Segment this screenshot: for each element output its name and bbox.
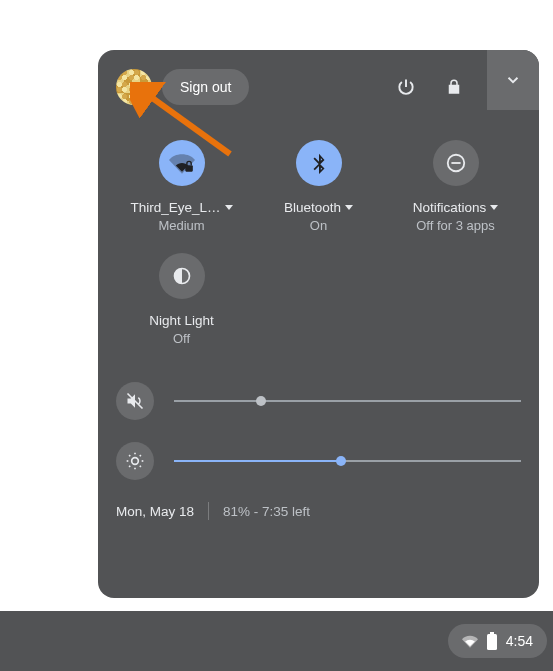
svg-line-12 [129, 466, 130, 467]
quick-settings-panel: Sign out Third_Eye_L… Medium [98, 50, 539, 598]
svg-line-8 [129, 455, 130, 456]
bluetooth-label-row[interactable]: Bluetooth [284, 200, 353, 215]
wifi-sub: Medium [158, 218, 204, 233]
volume-slider[interactable] [174, 400, 521, 402]
brightness-button[interactable] [116, 442, 154, 480]
notifications-sub: Off for 3 apps [416, 218, 495, 233]
svg-line-9 [140, 466, 141, 467]
tray-time: 4:54 [506, 633, 533, 649]
notifications-tile: Notifications Off for 3 apps [390, 134, 521, 239]
caret-down-icon [490, 205, 498, 210]
bluetooth-label: Bluetooth [284, 200, 341, 215]
wifi-label-row[interactable]: Third_Eye_L… [130, 200, 232, 215]
svg-rect-16 [487, 634, 497, 650]
svg-line-13 [140, 455, 141, 456]
panel-header: Sign out [116, 68, 521, 106]
wifi-icon [169, 150, 195, 176]
notifications-label: Notifications [413, 200, 487, 215]
notifications-toggle[interactable] [433, 140, 479, 186]
wifi-tile: Third_Eye_L… Medium [116, 134, 247, 239]
night-light-label: Night Light [149, 313, 214, 328]
collapse-button[interactable] [487, 50, 539, 110]
night-light-toggle[interactable] [159, 253, 205, 299]
volume-row [116, 382, 521, 420]
night-light-label-row[interactable]: Night Light [149, 313, 214, 328]
night-light-sub: Off [173, 331, 190, 346]
power-icon [396, 77, 416, 97]
taskbar: 4:54 [0, 611, 553, 671]
user-avatar[interactable] [116, 69, 152, 105]
caret-down-icon [345, 205, 353, 210]
brightness-row [116, 442, 521, 480]
caret-down-icon [225, 205, 233, 210]
power-button[interactable] [387, 68, 425, 106]
wifi-toggle[interactable] [159, 140, 205, 186]
volume-mute-icon [125, 391, 145, 411]
bluetooth-tile: Bluetooth On [253, 134, 384, 239]
volume-mute-button[interactable] [116, 382, 154, 420]
wifi-label: Third_Eye_L… [130, 200, 220, 215]
svg-rect-17 [490, 632, 494, 634]
wifi-tray-icon [462, 633, 478, 649]
panel-footer: Mon, May 18 81% - 7:35 left [116, 502, 521, 520]
footer-divider [208, 502, 209, 520]
system-tray[interactable]: 4:54 [448, 624, 547, 658]
bluetooth-icon [308, 152, 330, 174]
night-light-icon [172, 266, 192, 286]
brightness-slider[interactable] [174, 460, 521, 462]
lock-button[interactable] [435, 68, 473, 106]
footer-battery: 81% - 7:35 left [223, 504, 310, 519]
brightness-slider-thumb[interactable] [336, 456, 346, 466]
notifications-label-row[interactable]: Notifications [413, 200, 499, 215]
lock-icon [445, 78, 463, 96]
footer-date: Mon, May 18 [116, 504, 194, 519]
night-light-tile: Night Light Off [116, 247, 247, 352]
sliders-section [116, 382, 521, 480]
battery-tray-icon [486, 632, 498, 650]
svg-rect-0 [185, 165, 193, 172]
chevron-down-icon [504, 71, 522, 89]
volume-slider-thumb[interactable] [256, 396, 266, 406]
quick-tiles-grid: Third_Eye_L… Medium Bluetooth On Notific… [116, 134, 521, 352]
do-not-disturb-icon [445, 152, 467, 174]
brightness-slider-fill [174, 460, 341, 462]
sign-out-button[interactable]: Sign out [162, 69, 249, 105]
bluetooth-sub: On [310, 218, 327, 233]
svg-point-5 [132, 458, 139, 465]
brightness-icon [125, 451, 145, 471]
bluetooth-toggle[interactable] [296, 140, 342, 186]
